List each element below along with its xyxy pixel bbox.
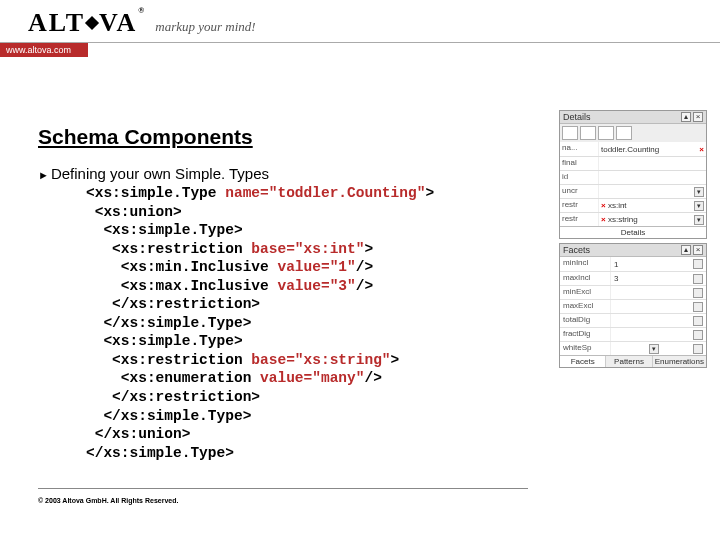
checkbox-icon[interactable] <box>693 288 703 298</box>
tool-icon[interactable] <box>562 126 578 140</box>
bullet-text: Defining your own Simple. Types <box>51 165 269 182</box>
panel-title: Details <box>563 112 591 122</box>
panel-body: na... toddler.Counting× final id uncr ▾ … <box>560 142 706 226</box>
panel-header: Details ▴ × <box>560 111 706 124</box>
chevron-down-icon[interactable]: ▾ <box>649 344 659 354</box>
altova-logo: ALTVA® <box>28 8 145 38</box>
code-block: <xs:simple.Type name="toddler.Counting">… <box>86 184 555 462</box>
tool-icon[interactable] <box>598 126 614 140</box>
property-row[interactable]: na... toddler.Counting× <box>560 142 706 156</box>
triangle-icon: ► <box>38 169 49 181</box>
checkbox-icon[interactable] <box>693 316 703 326</box>
tab-enumerations[interactable]: Enumerations <box>653 356 706 367</box>
registered-icon: ® <box>138 6 146 15</box>
tool-icon[interactable] <box>616 126 632 140</box>
bottom-divider <box>38 488 528 489</box>
close-icon[interactable]: × <box>693 112 703 122</box>
facet-row[interactable]: maxExcl <box>560 299 706 313</box>
panel-body: minIncl 1 maxIncl 3 minExcl maxExcl tota… <box>560 257 706 355</box>
diamond-icon <box>85 16 99 30</box>
tab-patterns[interactable]: Patterns <box>606 356 652 367</box>
delete-icon[interactable]: × <box>601 215 606 224</box>
divider <box>0 42 720 43</box>
facet-row[interactable]: whiteSp ▾ <box>560 341 706 355</box>
property-row[interactable]: restr × xs:int▾ <box>560 198 706 212</box>
tagline: markup your mind! <box>155 19 255 35</box>
tab-facets[interactable]: Facets <box>560 356 606 367</box>
facet-row[interactable]: minExcl <box>560 285 706 299</box>
main-content: Schema Components ►Defining your own Sim… <box>38 125 555 462</box>
panel-footer: Facets Patterns Enumerations <box>560 355 706 367</box>
panel-header: Facets ▴ × <box>560 244 706 257</box>
copyright: © 2003 Altova GmbH. All Rights Reserved. <box>38 497 178 504</box>
close-icon[interactable]: × <box>693 245 703 255</box>
details-panel: Details ▴ × na... toddler.Counting× fina… <box>559 110 707 239</box>
panel-title: Facets <box>563 245 590 255</box>
chevron-down-icon[interactable]: ▾ <box>694 201 704 211</box>
delete-icon[interactable]: × <box>601 201 606 210</box>
property-row[interactable]: uncr ▾ <box>560 184 706 198</box>
section-title: Schema Components <box>38 125 555 149</box>
checkbox-icon[interactable] <box>693 259 703 269</box>
facets-panel: Facets ▴ × minIncl 1 maxIncl 3 minExcl m… <box>559 243 707 368</box>
page-header: ALTVA® markup your mind! <box>0 0 720 38</box>
checkbox-icon[interactable] <box>693 330 703 340</box>
tab-details[interactable]: Details <box>560 227 706 238</box>
facet-row[interactable]: maxIncl 3 <box>560 271 706 285</box>
url-banner: www.altova.com <box>0 43 88 57</box>
delete-icon[interactable]: × <box>699 145 704 154</box>
checkbox-icon[interactable] <box>693 302 703 312</box>
side-panels: Details ▴ × na... toddler.Counting× fina… <box>559 110 707 372</box>
property-row[interactable]: id <box>560 170 706 184</box>
collapse-icon[interactable]: ▴ <box>681 245 691 255</box>
facet-row[interactable]: minIncl 1 <box>560 257 706 271</box>
bullet-item: ►Defining your own Simple. Types <box>38 165 555 182</box>
toolbar-icons <box>560 124 706 142</box>
collapse-icon[interactable]: ▴ <box>681 112 691 122</box>
name-value: toddler.Counting <box>601 145 659 154</box>
tool-icon[interactable] <box>580 126 596 140</box>
chevron-down-icon[interactable]: ▾ <box>694 187 704 197</box>
chevron-down-icon[interactable]: ▾ <box>694 215 704 225</box>
checkbox-icon[interactable] <box>693 344 703 354</box>
property-row[interactable]: final <box>560 156 706 170</box>
checkbox-icon[interactable] <box>693 274 703 284</box>
panel-footer: Details <box>560 226 706 238</box>
facet-row[interactable]: totalDig <box>560 313 706 327</box>
property-row[interactable]: restr × xs:string▾ <box>560 212 706 226</box>
facet-row[interactable]: fractDig <box>560 327 706 341</box>
